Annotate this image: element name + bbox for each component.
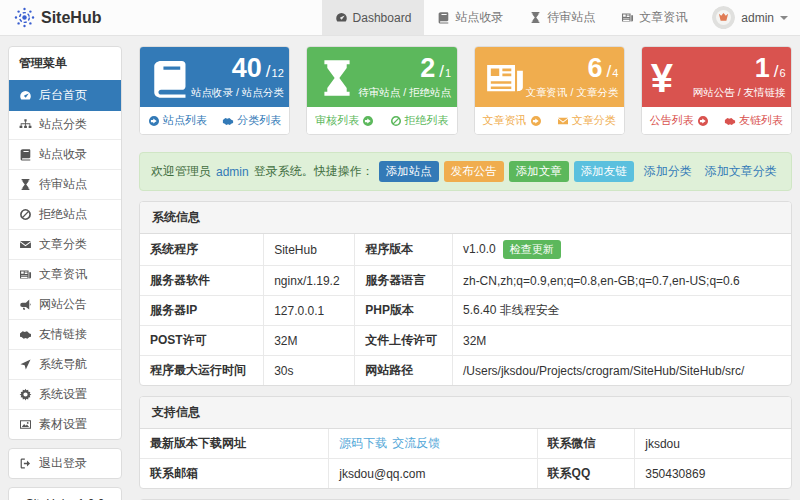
sidebar-item-sites[interactable]: 站点收录 — [9, 140, 121, 170]
sidebar-item-label: 系统设置 — [39, 386, 87, 403]
stat-total: 12 — [272, 67, 284, 79]
info-label: 最新版本下载网址 — [140, 429, 329, 459]
feedback-link[interactable]: 交流反馈 — [392, 436, 440, 450]
link-label: 公告列表 — [650, 113, 694, 128]
sidebar-item-label: 待审站点 — [39, 176, 87, 193]
info-label: 服务器IP — [140, 296, 264, 326]
table-row: 程序最大运行时间 30s 网站路径 /Users/jksdou/Projects… — [140, 356, 791, 386]
sidebar-item-announcements[interactable]: 网站公告 — [9, 290, 121, 320]
add-site-button[interactable]: 添加站点 — [379, 161, 439, 182]
review-list-link[interactable]: 审核列表 — [315, 113, 374, 128]
arrow-circle-icon — [530, 115, 542, 127]
info-label: POST许可 — [140, 326, 264, 356]
article-list-link[interactable]: 文章资讯 — [483, 113, 542, 128]
info-value: jksdou — [635, 429, 791, 459]
add-category-link[interactable]: 添加分类 — [644, 163, 692, 180]
sidebar-item-dashboard[interactable]: 后台首页 — [8, 80, 122, 111]
bullhorn-icon — [19, 298, 32, 311]
add-friend-link-button[interactable]: 添加友链 — [574, 161, 634, 182]
info-value: jksdou@qq.com — [329, 459, 537, 489]
stat-value: 6 — [587, 53, 602, 83]
table-row: 联系邮箱 jksdou@qq.com 联系QQ 350430869 — [140, 459, 791, 489]
stat-numbers: 1/6 网站公告 / 友情链接 — [693, 55, 786, 100]
nav-item-sites[interactable]: 站点收录 — [424, 0, 516, 35]
info-label: 联系QQ — [537, 459, 635, 489]
link-label: 友链列表 — [739, 113, 783, 128]
add-article-button[interactable]: 添加文章 — [509, 161, 569, 182]
friend-link-list-link[interactable]: 友链列表 — [724, 113, 783, 128]
stat-label: 站点收录 / 站点分类 — [191, 86, 284, 100]
stat-value: 40 — [232, 53, 262, 83]
stat-total: 6 — [779, 67, 785, 79]
nav-item-dashboard[interactable]: Dashboard — [322, 0, 425, 35]
sidebar-item-articles[interactable]: 文章资讯 — [9, 260, 121, 290]
image-icon — [19, 418, 32, 431]
table-row: 最新版本下载网址 源码下载交流反馈 联系微信 jksdou — [140, 429, 791, 459]
user-menu[interactable]: admin — [700, 0, 800, 35]
sidebar-item-article-categories[interactable]: 文章分类 — [9, 230, 121, 260]
site-list-link[interactable]: 站点列表 — [148, 113, 207, 128]
publish-announcement-button[interactable]: 发布公告 — [444, 161, 504, 182]
sidebar-item-rejected-sites[interactable]: 拒绝站点 — [9, 200, 121, 230]
hourglass-icon — [529, 11, 542, 24]
stat-separator: / — [774, 62, 779, 81]
brand-title: SiteHub — [41, 9, 101, 27]
info-value: 源码下载交流反馈 — [329, 429, 537, 459]
chevron-down-icon — [780, 16, 788, 20]
sidebar-item-pending-sites[interactable]: 待审站点 — [9, 170, 121, 200]
source-download-link[interactable]: 源码下载 — [339, 436, 387, 450]
support-info-panel: 支持信息 最新版本下载网址 源码下载交流反馈 联系微信 jksdou 联系邮箱 … — [139, 396, 792, 489]
nav-item-pending-sites[interactable]: 待审站点 — [516, 0, 608, 35]
stat-numbers: 40/12 站点收录 / 站点分类 — [191, 55, 284, 100]
stat-label: 文章资讯 / 文章分类 — [526, 86, 619, 100]
support-info-table: 最新版本下载网址 源码下载交流反馈 联系微信 jksdou 联系邮箱 jksdo… — [140, 429, 791, 488]
book-icon — [149, 57, 191, 99]
rejected-list-link[interactable]: 拒绝列表 — [390, 113, 449, 128]
info-label: 服务器软件 — [140, 266, 264, 296]
newspaper-icon — [621, 11, 634, 24]
logout-label: 退出登录 — [39, 455, 87, 472]
system-info-panel: 系统信息 系统程序 SiteHub 程序版本 v1.0.0检查更新 服务器软件 … — [139, 201, 792, 386]
stats-row: 40/12 站点收录 / 站点分类 站点列表 分类列表 2/1 待审站点 / 拒… — [139, 46, 792, 135]
sidebar: 管理菜单 后台首页 站点分类 站点收录 待审站点 拒绝站点 — [8, 46, 122, 500]
check-update-button[interactable]: 检查更新 — [503, 240, 561, 259]
tachometer-icon — [19, 89, 32, 102]
sidebar-item-label: 素材设置 — [39, 416, 87, 433]
add-article-category-link[interactable]: 添加文章分类 — [705, 163, 777, 180]
stat-value: 2 — [420, 53, 435, 83]
announcement-list-link[interactable]: 公告列表 — [650, 113, 709, 128]
link-label: 拒绝列表 — [405, 113, 449, 128]
logout-button[interactable]: 退出登录 — [9, 449, 121, 478]
info-label: 联系微信 — [537, 429, 635, 459]
welcome-alert: 欢迎管理员 admin 登录系统。快捷操作： 添加站点 发布公告 添加文章 添加… — [139, 152, 792, 191]
table-row: 服务器IP 127.0.0.1 PHP版本 5.6.40 非线程安全 — [140, 296, 791, 326]
brand[interactable]: SiteHub — [0, 0, 115, 35]
sidebar-item-material-settings[interactable]: 素材设置 — [9, 410, 121, 439]
admin-user-link[interactable]: admin — [216, 165, 249, 179]
sidebar-item-system-settings[interactable]: 系统设置 — [9, 380, 121, 410]
category-list-link[interactable]: 分类列表 — [222, 113, 281, 128]
article-category-link[interactable]: 文章分类 — [557, 113, 616, 128]
sidebar-item-site-categories[interactable]: 站点分类 — [9, 110, 121, 140]
stat-numbers: 2/1 待审站点 / 拒绝站点 — [358, 55, 451, 100]
link-label: 审核列表 — [315, 113, 359, 128]
gear-icon — [19, 388, 32, 401]
info-label: 程序最大运行时间 — [140, 356, 264, 386]
sidebar-item-label: 系统导航 — [39, 356, 87, 373]
sidebar-item-system-nav[interactable]: 系统导航 — [9, 350, 121, 380]
system-info-title: 系统信息 — [140, 202, 791, 234]
newspaper-icon — [484, 57, 526, 99]
version-card: SiteHub v1.0.0 — [8, 487, 122, 500]
info-label: 文件上传许可 — [355, 326, 453, 356]
sidebar-item-label: 站点收录 — [39, 146, 87, 163]
envelope-icon — [557, 115, 569, 127]
stat-card-footer: 站点列表 分类列表 — [140, 107, 289, 134]
stat-card-announcements: ¥ 1/6 网站公告 / 友情链接 公告列表 友链列表 — [641, 46, 792, 135]
link-label: 文章分类 — [572, 113, 616, 128]
stat-separator: / — [606, 62, 611, 81]
sidebar-item-friend-links[interactable]: 友情链接 — [9, 320, 121, 350]
sidebar-item-label: 文章资讯 — [39, 266, 87, 283]
nav-item-label: 站点收录 — [455, 9, 503, 26]
handshake-icon — [19, 328, 32, 341]
nav-item-articles[interactable]: 文章资讯 — [608, 0, 700, 35]
